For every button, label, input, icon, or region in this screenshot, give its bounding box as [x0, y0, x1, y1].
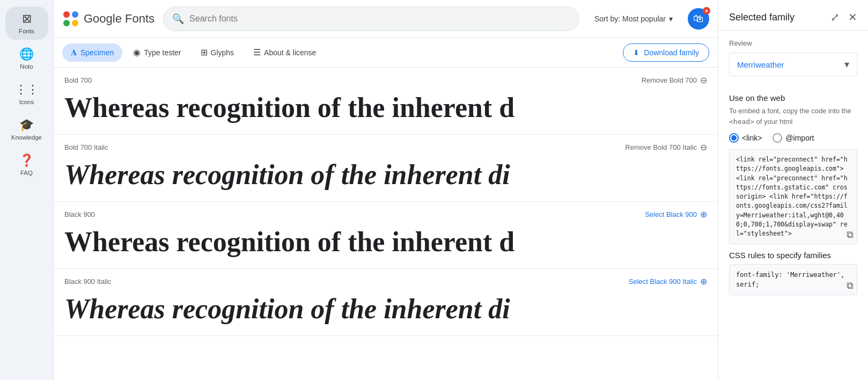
topbar: Google Fonts 🔍 Sort by: Most popular ▾ 🛍… — [54, 0, 718, 38]
css-code: font-family: 'Merriweather', serif; — [736, 271, 844, 288]
sidebar-item-label: Knowledge — [11, 134, 42, 141]
css-rules-title: CSS rules to specify families — [729, 251, 857, 260]
link-code: <link rel="preconnect" href="https://fon… — [736, 156, 848, 237]
share-button[interactable]: ⤢ — [828, 9, 842, 26]
font-style-label: Black 900 — [64, 210, 95, 218]
embed-description: To embed a font, copy the code into the … — [729, 106, 857, 127]
share-icon: ⤢ — [830, 11, 840, 23]
family-selector[interactable]: Merriweather ▾ — [729, 53, 857, 76]
remove-bold-700-label: Remove Bold 700 — [642, 76, 697, 84]
radio-import-label: @import — [785, 134, 814, 142]
review-label: Review — [729, 39, 857, 47]
close-button[interactable]: ✕ — [846, 9, 859, 26]
sidebar-item-label: FAQ — [20, 170, 33, 176]
radio-link[interactable]: <link> — [729, 133, 762, 143]
about-icon: ☰ — [253, 47, 261, 57]
font-style-label: Black 900 Italic — [64, 277, 111, 286]
search-bar[interactable]: 🔍 — [163, 6, 579, 31]
type-tester-icon: ◉ — [133, 47, 141, 57]
tab-type-tester-label: Type tester — [144, 48, 181, 57]
tab-glyphs[interactable]: ⊞ Glyphs — [192, 43, 243, 62]
font-entry-header: Bold 700 Italic Remove Bold 700 Italic ⊖ — [54, 135, 718, 155]
font-entry-header: Bold 700 Remove Bold 700 ⊖ — [54, 68, 718, 87]
sidebar-item-noto[interactable]: 🌐 Noto — [5, 42, 48, 75]
tab-glyphs-label: Glyphs — [211, 48, 234, 57]
sidebar-item-faq[interactable]: ❓ FAQ — [5, 148, 48, 181]
radio-import[interactable]: @import — [773, 133, 814, 143]
family-name: Merriweather — [737, 60, 784, 69]
font-entry-black-900: Black 900 Select Black 900 ⊕ Whereas rec… — [54, 202, 718, 269]
panel-header: Selected family ⤢ ✕ — [718, 0, 868, 31]
search-icon: 🔍 — [172, 13, 184, 25]
copy-link-code-button[interactable]: ⧉ — [847, 229, 854, 240]
sidebar-item-icons[interactable]: ⋮⋮ Icons — [5, 77, 48, 111]
close-icon: ✕ — [848, 11, 857, 23]
tab-about-label: About & license — [264, 48, 316, 57]
font-entry-bold-700: Bold 700 Remove Bold 700 ⊖ Whereas recog… — [54, 68, 718, 135]
remove-bold-700-button[interactable]: Remove Bold 700 ⊖ — [642, 75, 707, 85]
app-name: Google Fonts — [84, 12, 155, 26]
noto-icon: 🌐 — [19, 47, 34, 61]
remove-bold-700-italic-button[interactable]: Remove Bold 700 Italic ⊖ — [625, 142, 707, 152]
tab-type-tester[interactable]: ◉ Type tester — [124, 43, 189, 62]
copy-css-code-button[interactable]: ⧉ — [847, 280, 854, 291]
select-black-900-italic-button[interactable]: Select Black 900 Italic ⊕ — [629, 276, 707, 287]
sidebar-item-label: Icons — [19, 99, 34, 105]
tab-specimen[interactable]: 𝐀 Specimen — [62, 43, 122, 62]
cart-icon: 🛍 — [693, 12, 704, 25]
download-icon: ⬇ — [633, 48, 639, 57]
use-on-web-section: Use on the web To embed a font, copy the… — [718, 85, 868, 304]
header-icons: ⤢ ✕ — [828, 9, 859, 26]
sidebar-item-label: Fonts — [19, 28, 34, 34]
select-black-900-button[interactable]: Select Black 900 ⊕ — [645, 209, 707, 220]
font-entry-header: Black 900 Select Black 900 ⊕ — [54, 202, 718, 222]
remove-icon: ⊖ — [700, 142, 707, 152]
sort-label: Sort by: Most popular — [594, 14, 666, 23]
panel-title: Selected family — [729, 12, 795, 23]
sort-dropdown[interactable]: Sort by: Most popular ▾ — [588, 10, 679, 27]
cart-button[interactable]: 🛍 ● — [688, 8, 709, 30]
search-input[interactable] — [189, 14, 570, 24]
link-code-box: <link rel="preconnect" href="https://fon… — [729, 149, 857, 244]
knowledge-icon: 🎓 — [19, 118, 34, 132]
review-section: Review Merriweather ▾ — [718, 31, 868, 85]
font-preview-bold-700-italic: Whereas recognition of the inherent di — [54, 155, 718, 201]
download-family-button[interactable]: ⬇ Download family — [623, 43, 709, 62]
fonts-icon: ⊠ — [22, 12, 32, 26]
font-entry-header: Black 900 Italic Select Black 900 Italic… — [54, 269, 718, 289]
main-area: Google Fonts 🔍 Sort by: Most popular ▾ 🛍… — [54, 0, 718, 380]
use-on-web-title: Use on the web — [729, 93, 857, 103]
radio-link-circle — [729, 133, 739, 143]
sort-chevron-icon: ▾ — [669, 14, 673, 23]
font-style-label: Bold 700 Italic — [64, 143, 108, 151]
svg-point-1 — [72, 11, 78, 18]
cart-badge: ● — [703, 7, 710, 14]
tab-specimen-label: Specimen — [80, 48, 114, 57]
svg-point-0 — [63, 11, 70, 18]
sidebar-item-knowledge[interactable]: 🎓 Knowledge — [5, 113, 48, 146]
sidebar-item-label: Noto — [20, 63, 33, 70]
select-black-900-label: Select Black 900 — [645, 210, 697, 218]
radio-import-circle — [773, 133, 782, 143]
radio-link-label: <link> — [742, 134, 762, 142]
add-icon: ⊕ — [700, 209, 707, 220]
css-code-box: font-family: 'Merriweather', serif; ⧉ — [729, 264, 857, 295]
add-icon: ⊕ — [700, 276, 707, 287]
chevron-down-icon: ▾ — [844, 59, 849, 70]
icons-icon: ⋮⋮ — [15, 83, 39, 97]
google-logo-icon — [62, 10, 79, 27]
right-panel: Selected family ⤢ ✕ Review Merriweather … — [718, 0, 868, 380]
remove-icon: ⊖ — [700, 75, 707, 85]
tab-about[interactable]: ☰ About & license — [245, 43, 325, 62]
font-entry-black-900-italic: Black 900 Italic Select Black 900 Italic… — [54, 269, 718, 336]
svg-point-2 — [63, 20, 70, 26]
sidebar-item-fonts[interactable]: ⊠ Fonts — [5, 6, 48, 40]
faq-icon: ❓ — [19, 154, 34, 167]
font-preview-black-900-italic: Whereas recognition of the inherent di — [54, 289, 718, 335]
font-list: Bold 700 Remove Bold 700 ⊖ Whereas recog… — [54, 68, 718, 380]
font-entry-bold-700-italic: Bold 700 Italic Remove Bold 700 Italic ⊖… — [54, 135, 718, 202]
font-preview-bold-700: Whereas recognition of the inherent d — [54, 87, 718, 134]
glyphs-icon: ⊞ — [201, 47, 208, 57]
sub-nav: 𝐀 Specimen ◉ Type tester ⊞ Glyphs ☰ Abou… — [54, 38, 718, 68]
remove-bold-700-italic-label: Remove Bold 700 Italic — [625, 143, 697, 151]
